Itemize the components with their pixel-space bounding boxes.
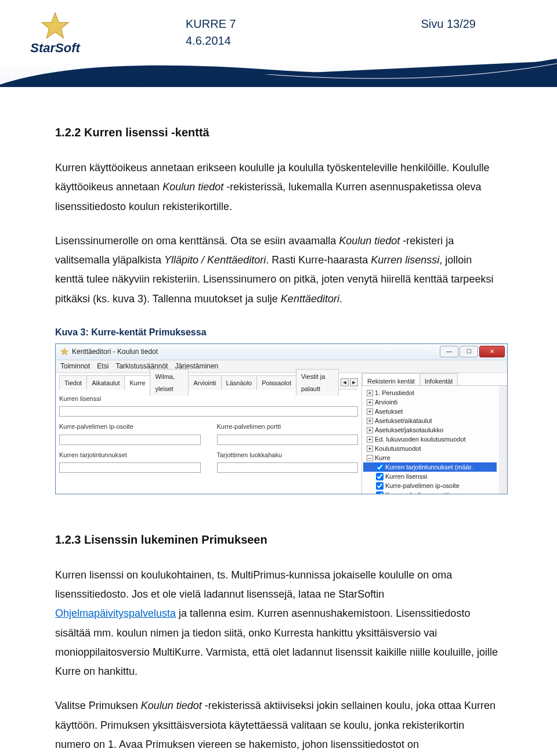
window-title: Kenttäeditori - Koulun tiedot (72, 345, 158, 358)
tree-item-portti[interactable]: Kurre-palvelimen portti (363, 490, 497, 494)
tree-asetukset-aikataulut[interactable]: +Asetukset/aikataulut (363, 416, 497, 425)
tree-ed-koulutusmuodot[interactable]: +Ed. lukuvuoden koulutusmuodot (363, 435, 497, 444)
tree-perustiedot[interactable]: +1. Perustiedot (363, 388, 497, 397)
header-page: Sivu 13/29 (421, 17, 476, 31)
tab-viestit[interactable]: Viestit ja palautt (296, 369, 339, 396)
label-tarjotintunnukset: Kurren tarjotintunnukset (59, 449, 201, 461)
svg-marker-1 (61, 348, 68, 355)
tab-lasnaolo[interactable]: Läsnäolo (221, 375, 258, 390)
tab-kurre[interactable]: Kurre (124, 375, 150, 390)
window-right-pane: Rekisterin kentät Infokentät ▲ +1. Perus… (362, 373, 507, 494)
tab-poissaolot[interactable]: Poissaolot (256, 375, 296, 390)
check-portti[interactable] (376, 491, 384, 493)
logo-text: StarSoft (17, 41, 93, 56)
header-info: KURRE 7 Sivu 13/29 4.6.2014 (186, 17, 476, 48)
label-luokkahaku: Tarjottimen luokkahaku (217, 449, 359, 461)
tab-scroll-left-icon[interactable]: ◄ (341, 378, 349, 386)
rtab-infokentat[interactable]: Infokentät (419, 373, 458, 385)
star-icon (41, 12, 70, 41)
tree-item-tarjotintunnukset[interactable]: Kurren tarjotintunnukset (määr. (363, 462, 497, 472)
label-portti: Kurre-palvelimen portti (217, 421, 359, 432)
check-lisenssi[interactable] (376, 473, 384, 480)
label-ip-osoite: Kurre-palvelimen ip-osoite (59, 421, 201, 432)
tab-tiedot[interactable]: Tiedot (59, 375, 87, 390)
tab-scroll-right-icon[interactable]: ► (350, 378, 358, 386)
tree-kurre[interactable]: –Kurre (363, 453, 497, 462)
tree-asetukset[interactable]: +Asetukset (363, 407, 497, 416)
input-kurren-lisenssi[interactable] (59, 406, 358, 417)
input-portti[interactable] (217, 435, 359, 445)
heading-1-2-2: 1.2.2 Kurren lisenssi -kenttä (55, 122, 502, 143)
link-ohjelmapaivitys[interactable]: Ohjelmapäivityspalvelusta (55, 607, 176, 619)
window-titlebar[interactable]: Kenttäeditori - Koulun tiedot — ☐ ✕ (56, 344, 507, 360)
star-icon (60, 348, 68, 356)
document-content: 1.2.2 Kurren lisenssi -kenttä Kurren käy… (0, 87, 557, 754)
check-tarjotintunnukset[interactable] (376, 464, 384, 471)
window-left-pane: Tiedot Aikataulut Kurre Wilma, yleiset A… (56, 373, 362, 494)
header-date: 4.6.2014 (186, 34, 476, 48)
tree-item-lisenssi[interactable]: Kurren lisenssi (363, 472, 497, 481)
check-ip[interactable] (376, 482, 384, 490)
window-kenttaeditori: Kenttäeditori - Koulun tiedot — ☐ ✕ Toim… (55, 343, 508, 494)
header-curve (0, 58, 557, 87)
rtab-rekisterin-kentat[interactable]: Rekisterin kentät (362, 373, 420, 385)
tree-item-ip[interactable]: Kurre-palvelimen ip-osoite (363, 481, 497, 490)
scroll-down-icon[interactable]: ▼ (499, 486, 507, 494)
tab-row: Tiedot Aikataulut Kurre Wilma, yleiset A… (59, 377, 358, 389)
input-ip-osoite[interactable] (59, 435, 201, 445)
field-tree: ▲ +1. Perustiedot +Arviointi +Asetukset … (362, 386, 507, 494)
tab-wilma[interactable]: Wilma, yleiset (150, 369, 189, 396)
para-1-2-2-a: Kurren käyttöoikeus annetaan erikseen ko… (55, 158, 502, 216)
minimize-button[interactable]: — (440, 346, 458, 357)
scroll-up-icon[interactable]: ▲ (499, 386, 507, 394)
page-header: StarSoft KURRE 7 Sivu 13/29 4.6.2014 (0, 0, 557, 87)
header-title: KURRE 7 (186, 17, 236, 31)
menu-etsi[interactable]: Etsi (97, 360, 108, 372)
tree-asetukset-jaksotaulukko[interactable]: +Asetukset/jaksotaulukko (363, 425, 497, 435)
para-1-2-3-b: Valitse Primuksen Koulun tiedot -rekiste… (55, 696, 502, 754)
svg-marker-0 (42, 13, 68, 38)
logo: StarSoft (17, 12, 93, 56)
tab-aikataulut[interactable]: Aikataulut (86, 375, 125, 390)
tree-arviointi[interactable]: +Arviointi (363, 397, 497, 407)
tab-arviointi[interactable]: Arviointi (188, 375, 221, 390)
para-1-2-2-b: Lisenssinumerolle on oma kenttänsä. Ota … (55, 231, 502, 309)
menu-bar: Toiminnot Etsi Tarkistussäännöt Järjestä… (56, 360, 507, 373)
figure-caption: Kuva 3: Kurre-kentät Primuksessa (55, 324, 502, 341)
maximize-button[interactable]: ☐ (460, 346, 478, 357)
heading-1-2-3: 1.2.3 Lisenssin lukeminen Primukseen (55, 529, 502, 551)
input-tarjotintunnukset[interactable] (59, 462, 201, 473)
para-1-2-3-a: Kurren lisenssi on koulukohtainen, ts. M… (55, 566, 502, 682)
menu-toiminnot[interactable]: Toiminnot (60, 360, 90, 372)
input-luokkahaku[interactable] (217, 462, 359, 473)
label-kurren-lisenssi: Kurren lisenssi (59, 393, 358, 404)
tree-koulutusmuodot[interactable]: +Koulutusmuodot (363, 444, 497, 453)
close-button[interactable]: ✕ (479, 346, 505, 357)
